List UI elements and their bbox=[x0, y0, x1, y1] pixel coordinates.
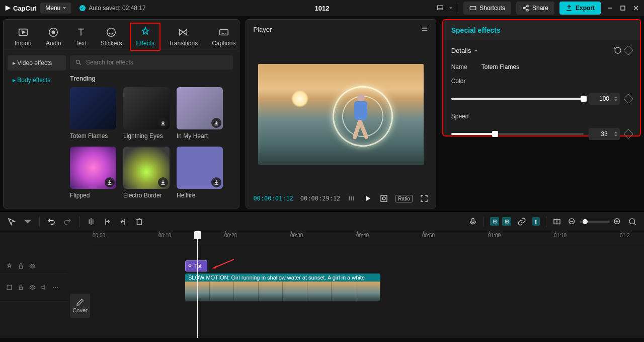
svg-rect-51 bbox=[19, 287, 23, 290]
svg-line-23 bbox=[79, 63, 81, 65]
playhead[interactable] bbox=[197, 239, 198, 338]
download-icon[interactable] bbox=[211, 118, 221, 128]
color-value[interactable]: 100 bbox=[589, 93, 620, 105]
effect-item[interactable]: Hellfire bbox=[177, 147, 223, 199]
effect-item[interactable]: In My Heart bbox=[177, 87, 223, 140]
project-title: 1012 bbox=[315, 5, 330, 12]
tab-captions[interactable]: Captions bbox=[206, 23, 239, 51]
menu-button[interactable]: Menu bbox=[40, 3, 71, 14]
keyframe-icon[interactable] bbox=[623, 45, 633, 55]
search-input[interactable] bbox=[70, 55, 233, 70]
tab-text[interactable]: Text bbox=[69, 23, 93, 51]
split-tool[interactable] bbox=[87, 217, 96, 226]
svg-point-15 bbox=[52, 31, 55, 34]
track-lanes[interactable]: Tot SLOW MOTION: Girl running in shallow… bbox=[93, 242, 644, 338]
lock-icon[interactable] bbox=[18, 284, 24, 291]
mute-icon[interactable] bbox=[41, 284, 47, 291]
reset-icon[interactable] bbox=[614, 46, 622, 54]
effect-item[interactable]: Totem Flames bbox=[70, 87, 116, 140]
download-icon[interactable] bbox=[158, 177, 168, 187]
minimize-button[interactable] bbox=[606, 4, 614, 12]
star-icon[interactable] bbox=[6, 263, 13, 269]
link-icon[interactable] bbox=[517, 217, 526, 226]
layout-icon[interactable] bbox=[437, 5, 444, 12]
delete-tool[interactable] bbox=[135, 217, 144, 226]
video-clip[interactable]: SLOW MOTION: Girl running in shallow wat… bbox=[185, 273, 380, 301]
download-icon[interactable] bbox=[158, 118, 168, 128]
tab-import[interactable]: Import bbox=[9, 23, 38, 51]
effect-item[interactable]: Lightning Eyes bbox=[123, 87, 170, 140]
cover-button[interactable]: Cover bbox=[70, 294, 90, 318]
tab-effects[interactable]: Effects bbox=[130, 23, 160, 51]
chevron-down-icon[interactable] bbox=[23, 217, 32, 226]
snap-track[interactable]: ⊞ bbox=[502, 217, 511, 226]
player-menu-icon[interactable] bbox=[421, 25, 429, 34]
lock-icon[interactable] bbox=[18, 263, 24, 269]
svg-rect-35 bbox=[137, 220, 142, 225]
trim-left-tool[interactable] bbox=[103, 217, 112, 226]
effect-item[interactable]: Electro Border bbox=[123, 147, 170, 199]
effects-list: Trending Totem Flames Lightning Eyes In … bbox=[70, 51, 239, 208]
svg-line-47 bbox=[634, 223, 636, 225]
playhead-handle[interactable] bbox=[194, 231, 201, 239]
shortcuts-button[interactable]: Shortcuts bbox=[463, 2, 511, 15]
speed-slider[interactable] bbox=[451, 133, 584, 135]
autosave-status: ✓ Auto saved: 02:48:17 bbox=[79, 5, 145, 12]
maximize-button[interactable] bbox=[619, 4, 627, 12]
fullscreen-icon[interactable] bbox=[420, 194, 429, 203]
collapse-icon[interactable] bbox=[6, 284, 13, 291]
selection-tool[interactable] bbox=[7, 217, 16, 226]
zoom-in[interactable] bbox=[613, 217, 622, 226]
main-area: Import Audio Text Stickers Effects Trans… bbox=[0, 16, 644, 212]
details-header[interactable]: Details bbox=[443, 40, 640, 60]
snap-buttons: ⊟ ⊞ bbox=[490, 217, 511, 226]
zoom-slider[interactable] bbox=[580, 221, 610, 223]
tab-transitions[interactable]: Transitions bbox=[163, 23, 204, 51]
compare-icon[interactable] bbox=[347, 194, 356, 203]
keyframe-icon[interactable] bbox=[623, 129, 633, 139]
mic-icon[interactable] bbox=[468, 217, 477, 226]
more-icon[interactable]: ⋯ bbox=[52, 284, 58, 291]
svg-rect-48 bbox=[19, 266, 23, 268]
trim-right-tool[interactable] bbox=[119, 217, 128, 226]
annotation-arrow bbox=[212, 258, 234, 268]
add-marker[interactable] bbox=[552, 217, 561, 226]
time-ruler[interactable]: 00:00 00:10 00:20 00:30 00:40 00:50 01:0… bbox=[93, 231, 644, 242]
current-time: 00:00:01:12 bbox=[253, 195, 293, 201]
preview-axis[interactable]: ⫿ bbox=[532, 217, 540, 226]
ratio-button[interactable]: Ratio bbox=[395, 195, 412, 202]
tab-stickers[interactable]: Stickers bbox=[95, 23, 128, 51]
chevron-down-icon[interactable] bbox=[449, 6, 453, 10]
svg-rect-28 bbox=[351, 196, 352, 200]
svg-point-49 bbox=[32, 265, 33, 267]
svg-rect-38 bbox=[472, 218, 474, 223]
keyframe-icon[interactable] bbox=[623, 94, 633, 104]
svg-point-4 bbox=[523, 7, 525, 9]
snap-main[interactable]: ⊟ bbox=[490, 217, 499, 226]
undo-button[interactable] bbox=[47, 217, 56, 226]
media-tabs: Import Audio Text Stickers Effects Trans… bbox=[4, 20, 239, 51]
eye-icon[interactable] bbox=[29, 263, 36, 269]
tab-audio[interactable]: Audio bbox=[40, 23, 67, 51]
play-button[interactable] bbox=[363, 194, 372, 203]
close-button[interactable] bbox=[632, 4, 640, 12]
share-button[interactable]: Share bbox=[516, 2, 554, 15]
eye-icon[interactable] bbox=[29, 284, 36, 291]
export-button[interactable]: Export bbox=[559, 2, 601, 15]
color-slider[interactable] bbox=[451, 98, 584, 100]
effect-item[interactable]: Flipped bbox=[70, 147, 116, 199]
zoom-fit[interactable] bbox=[628, 217, 637, 226]
download-icon[interactable] bbox=[211, 177, 221, 187]
scale-icon[interactable] bbox=[379, 194, 388, 203]
cat-video-effects[interactable]: ▸ Video effects bbox=[8, 55, 66, 71]
redo-button[interactable] bbox=[63, 217, 72, 226]
zoom-out[interactable] bbox=[568, 217, 577, 226]
check-icon: ✓ bbox=[79, 5, 86, 11]
zoom-control bbox=[568, 217, 622, 226]
cat-body-effects[interactable]: ▸ Body effects bbox=[8, 73, 66, 88]
svg-rect-50 bbox=[7, 285, 12, 290]
svg-marker-54 bbox=[212, 265, 217, 268]
speed-value[interactable]: 33 bbox=[589, 128, 620, 140]
effect-clip[interactable]: Tot bbox=[185, 260, 207, 271]
download-icon[interactable] bbox=[105, 177, 115, 187]
